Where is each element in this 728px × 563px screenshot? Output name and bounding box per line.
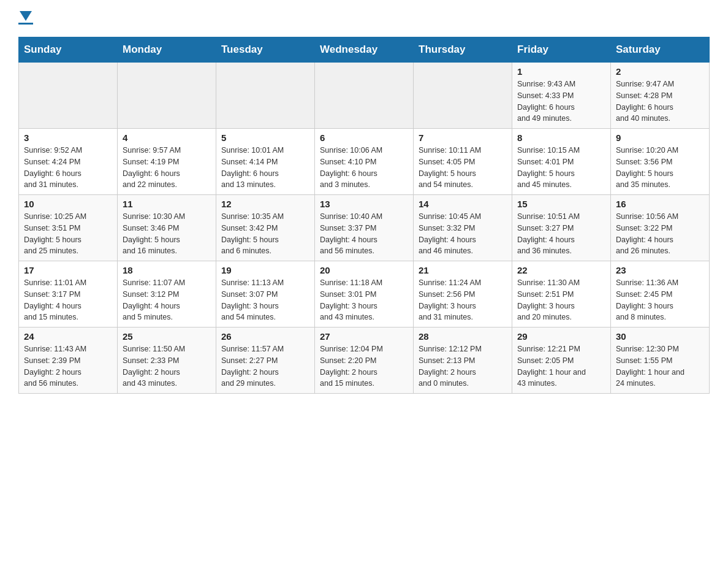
calendar-cell: 13Sunrise: 10:40 AM Sunset: 3:37 PM Dayl… [315,195,414,261]
day-number: 29 [517,331,605,342]
day-info: Sunrise: 10:30 AM Sunset: 3:46 PM Daylig… [123,211,211,257]
calendar-cell: 30Sunrise: 12:30 PM Sunset: 1:55 PM Dayl… [611,327,710,394]
calendar-cell: 7Sunrise: 10:11 AM Sunset: 4:05 PM Dayli… [414,129,512,195]
calendar-week-row: 24Sunrise: 11:43 AM Sunset: 2:39 PM Dayl… [19,327,710,394]
day-info: Sunrise: 12:21 PM Sunset: 2:05 PM Daylig… [517,343,605,389]
day-number: 22 [517,265,605,275]
day-info: Sunrise: 10:01 AM Sunset: 4:14 PM Daylig… [221,145,309,191]
day-number: 24 [24,331,112,342]
logo-triangle-icon [20,11,32,21]
day-number: 2 [616,66,704,77]
day-number: 26 [221,331,309,342]
calendar-cell: 8Sunrise: 10:15 AM Sunset: 4:01 PM Dayli… [512,129,611,195]
weekday-header-tuesday: Tuesday [216,37,315,63]
day-info: Sunrise: 10:40 AM Sunset: 3:37 PM Daylig… [320,211,408,257]
day-number: 19 [221,265,309,275]
calendar-cell: 24Sunrise: 11:43 AM Sunset: 2:39 PM Dayl… [19,327,118,394]
day-info: Sunrise: 11:57 AM Sunset: 2:27 PM Daylig… [221,343,309,389]
day-number: 14 [419,199,507,209]
calendar-week-row: 3Sunrise: 9:52 AM Sunset: 4:24 PM Daylig… [19,129,710,195]
day-number: 5 [221,132,309,143]
calendar-cell: 3Sunrise: 9:52 AM Sunset: 4:24 PM Daylig… [19,129,118,195]
calendar-week-row: 17Sunrise: 11:01 AM Sunset: 3:17 PM Dayl… [19,261,710,327]
day-info: Sunrise: 9:57 AM Sunset: 4:19 PM Dayligh… [123,145,211,191]
day-info: Sunrise: 10:20 AM Sunset: 3:56 PM Daylig… [616,145,704,191]
day-number: 6 [320,132,408,143]
calendar-cell [118,63,216,129]
day-info: Sunrise: 11:01 AM Sunset: 3:17 PM Daylig… [24,277,112,323]
day-info: Sunrise: 10:51 AM Sunset: 3:27 PM Daylig… [517,211,605,257]
day-info: Sunrise: 11:43 AM Sunset: 2:39 PM Daylig… [24,343,112,389]
day-number: 15 [517,199,605,209]
calendar-cell: 25Sunrise: 11:50 AM Sunset: 2:33 PM Dayl… [118,327,216,394]
day-info: Sunrise: 10:15 AM Sunset: 4:01 PM Daylig… [517,145,605,191]
calendar-cell: 12Sunrise: 10:35 AM Sunset: 3:42 PM Dayl… [216,195,315,261]
day-info: Sunrise: 10:11 AM Sunset: 4:05 PM Daylig… [419,145,507,191]
day-number: 18 [123,265,211,275]
day-number: 25 [123,331,211,342]
day-info: Sunrise: 9:52 AM Sunset: 4:24 PM Dayligh… [24,145,112,191]
calendar-cell [216,63,315,129]
weekday-header-friday: Friday [512,37,611,63]
calendar-cell: 26Sunrise: 11:57 AM Sunset: 2:27 PM Dayl… [216,327,315,394]
weekday-header-saturday: Saturday [611,37,710,63]
day-number: 16 [616,199,704,209]
calendar-cell: 18Sunrise: 11:07 AM Sunset: 3:12 PM Dayl… [118,261,216,327]
logo [18,12,33,25]
calendar-cell: 10Sunrise: 10:25 AM Sunset: 3:51 PM Dayl… [19,195,118,261]
day-number: 4 [123,132,211,143]
day-info: Sunrise: 11:13 AM Sunset: 3:07 PM Daylig… [221,277,309,323]
day-info: Sunrise: 12:30 PM Sunset: 1:55 PM Daylig… [616,343,704,389]
calendar-cell: 28Sunrise: 12:12 PM Sunset: 2:13 PM Dayl… [414,327,512,394]
day-number: 7 [419,132,507,143]
day-info: Sunrise: 10:56 AM Sunset: 3:22 PM Daylig… [616,211,704,257]
day-number: 30 [616,331,704,342]
day-number: 1 [517,66,605,77]
day-number: 13 [320,199,408,209]
day-number: 9 [616,132,704,143]
calendar-week-row: 10Sunrise: 10:25 AM Sunset: 3:51 PM Dayl… [19,195,710,261]
day-number: 3 [24,132,112,143]
day-info: Sunrise: 9:47 AM Sunset: 4:28 PM Dayligh… [616,79,704,124]
day-number: 28 [419,331,507,342]
page-header [18,12,710,25]
calendar-cell: 11Sunrise: 10:30 AM Sunset: 3:46 PM Dayl… [118,195,216,261]
calendar-cell: 9Sunrise: 10:20 AM Sunset: 3:56 PM Dayli… [611,129,710,195]
calendar-cell: 22Sunrise: 11:30 AM Sunset: 2:51 PM Dayl… [512,261,611,327]
calendar-cell: 2Sunrise: 9:47 AM Sunset: 4:28 PM Daylig… [611,63,710,129]
day-number: 20 [320,265,408,275]
calendar-cell: 4Sunrise: 9:57 AM Sunset: 4:19 PM Daylig… [118,129,216,195]
day-number: 10 [24,199,112,209]
calendar-cell: 16Sunrise: 10:56 AM Sunset: 3:22 PM Dayl… [611,195,710,261]
day-number: 17 [24,265,112,275]
day-info: Sunrise: 10:45 AM Sunset: 3:32 PM Daylig… [419,211,507,257]
day-number: 21 [419,265,507,275]
calendar-cell: 20Sunrise: 11:18 AM Sunset: 3:01 PM Dayl… [315,261,414,327]
calendar-cell: 29Sunrise: 12:21 PM Sunset: 2:05 PM Dayl… [512,327,611,394]
day-number: 27 [320,331,408,342]
logo-underline [18,23,33,25]
day-info: Sunrise: 10:35 AM Sunset: 3:42 PM Daylig… [221,211,309,257]
weekday-header-row: SundayMondayTuesdayWednesdayThursdayFrid… [19,37,710,63]
day-info: Sunrise: 11:07 AM Sunset: 3:12 PM Daylig… [123,277,211,323]
calendar-cell: 19Sunrise: 11:13 AM Sunset: 3:07 PM Dayl… [216,261,315,327]
calendar-cell: 14Sunrise: 10:45 AM Sunset: 3:32 PM Dayl… [414,195,512,261]
weekday-header-wednesday: Wednesday [315,37,414,63]
weekday-header-monday: Monday [118,37,216,63]
calendar-week-row: 1Sunrise: 9:43 AM Sunset: 4:33 PM Daylig… [19,63,710,129]
calendar-table: SundayMondayTuesdayWednesdayThursdayFrid… [18,37,710,394]
day-info: Sunrise: 10:25 AM Sunset: 3:51 PM Daylig… [24,211,112,257]
day-number: 12 [221,199,309,209]
day-number: 23 [616,265,704,275]
day-info: Sunrise: 11:30 AM Sunset: 2:51 PM Daylig… [517,277,605,323]
calendar-cell: 23Sunrise: 11:36 AM Sunset: 2:45 PM Dayl… [611,261,710,327]
calendar-cell: 5Sunrise: 10:01 AM Sunset: 4:14 PM Dayli… [216,129,315,195]
day-info: Sunrise: 11:50 AM Sunset: 2:33 PM Daylig… [123,343,211,389]
day-info: Sunrise: 10:06 AM Sunset: 4:10 PM Daylig… [320,145,408,191]
calendar-cell [414,63,512,129]
day-number: 11 [123,199,211,209]
day-info: Sunrise: 12:12 PM Sunset: 2:13 PM Daylig… [419,343,507,389]
calendar-cell [315,63,414,129]
day-number: 8 [517,132,605,143]
calendar-cell: 1Sunrise: 9:43 AM Sunset: 4:33 PM Daylig… [512,63,611,129]
